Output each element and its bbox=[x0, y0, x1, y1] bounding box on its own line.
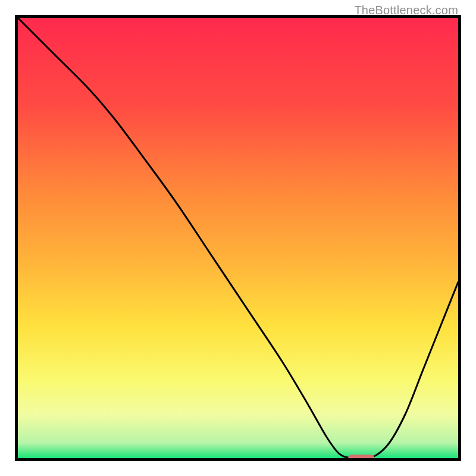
attribution-label: TheBottleneck.com bbox=[354, 4, 458, 17]
chart-svg bbox=[18, 18, 458, 458]
chart-plot-area bbox=[18, 18, 458, 458]
optimal-point-marker bbox=[348, 455, 374, 458]
